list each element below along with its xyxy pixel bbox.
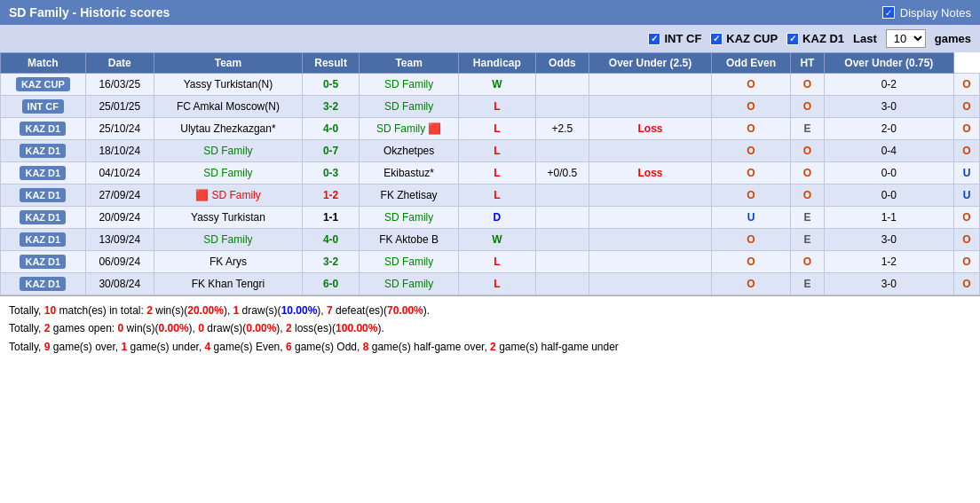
odd-even: O [791,140,825,162]
filter-bar: ✓ INT CF ✓ KAZ CUP ✓ KAZ D1 Last 10 5 15… [0,25,980,52]
team1-name: 🟥 SD Family [154,185,302,207]
team2-name: SD Family🟥 [360,118,459,140]
table-row: KAZ D118/10/24SD Family0-7OkzhetpesLOO0-… [1,140,980,162]
games-select[interactable]: 10 5 15 20 [886,29,926,48]
team2-name: SD Family [360,74,459,96]
summary-line1: Totally, 10 match(es) in total: 2 win(s)… [9,302,971,319]
match-result: 3-2 [302,251,359,273]
ht-score: 2-0 [824,118,953,140]
team2-name: SD Family [360,273,459,295]
handicap [535,251,589,273]
kaz-d1-label: KAZ D1 [802,32,844,45]
match-outcome: L [458,251,535,273]
kaz-cup-checkbox[interactable]: ✓ [710,33,723,45]
over-under-25: O [711,251,790,273]
last-label: Last [853,32,877,45]
team2-name: FK Aktobe B [360,229,459,251]
odds [589,140,712,162]
ht-score: 1-1 [824,207,953,229]
ht-score: 0-4 [824,140,953,162]
match-outcome: D [458,207,535,229]
col-handicap: Handicap [458,53,535,74]
match-outcome: L [458,118,535,140]
page-title: SD Family - Historic scores [9,5,170,20]
team2-name: SD Family [360,96,459,118]
match-result: 3-2 [302,96,359,118]
total-defeats: 7 [327,304,333,317]
team1-name: Yassy Turkistan [154,207,302,229]
match-result: 1-1 [302,207,359,229]
match-date: 18/10/24 [85,140,154,162]
match-result: 0-7 [302,140,359,162]
col-over-under-25: Over Under (2.5) [589,53,712,74]
over-under-25: O [711,74,790,96]
team2-name: FK Zhetisay [360,185,459,207]
ht-score: 3-0 [824,229,953,251]
col-team1: Team [154,53,302,74]
match-result: 1-2 [302,185,359,207]
odds [589,185,712,207]
table-row: KAZ D113/09/24SD Family4-0FK Aktobe BWOE… [1,229,980,251]
odd-even: E [791,118,825,140]
col-odds: Odds [535,53,589,74]
over-under-075: O [954,118,980,140]
match-date: 13/09/24 [85,229,154,251]
odds [589,74,712,96]
odd-even: O [791,162,825,185]
summary-line3: Totally, 9 game(s) over, 1 game(s) under… [9,338,971,356]
kaz-d1-checkbox[interactable]: ✓ [786,33,799,45]
match-result: 0-5 [302,74,359,96]
team1-name: Ulytau Zhezkazgan* [154,118,302,140]
col-date: Date [85,53,154,74]
over-under-25: O [711,185,790,207]
handicap [535,74,589,96]
handicap [535,207,589,229]
over-under-075: O [954,207,980,229]
team1-name: FK Arys [154,251,302,273]
display-notes-checkbox[interactable]: ✓ [882,6,895,19]
over-under-075: U [954,185,980,207]
over-under-075: O [954,140,980,162]
team2-name: SD Family [360,251,459,273]
filter-kaz-d1[interactable]: ✓ KAZ D1 [786,32,844,45]
table-row: KAZ D106/09/24FK Arys3-2SD FamilyLOO1-2O [1,251,980,273]
over-under-25: O [711,140,790,162]
match-badge: KAZ D1 [1,273,86,295]
int-cf-checkbox[interactable]: ✓ [648,33,660,45]
ht-score: 0-2 [824,74,953,96]
match-badge: KAZ D1 [1,229,86,251]
odds: Loss [589,162,712,185]
odd-even: O [791,251,825,273]
main-container: SD Family - Historic scores ✓ Display No… [0,0,980,361]
odds [589,273,712,295]
total-draws: 1 [233,304,240,317]
col-team2: Team [360,53,459,74]
filter-kaz-cup[interactable]: ✓ KAZ CUP [710,32,778,45]
over-under-075: O [954,74,980,96]
table-row: KAZ D125/10/24Ulytau Zhezkazgan*4-0SD Fa… [1,118,980,140]
handicap [535,273,589,295]
odd-even: O [791,74,825,96]
match-outcome: L [458,140,535,162]
over-under-25: O [711,118,790,140]
handicap [535,140,589,162]
ht-score: 3-0 [824,96,953,118]
odd-even: E [791,229,825,251]
over-under-075: O [954,251,980,273]
match-result: 0-3 [302,162,359,185]
filter-int-cf[interactable]: ✓ INT CF [648,32,701,45]
over-under-075: O [954,229,980,251]
over-under-075: O [954,273,980,295]
match-badge: KAZ D1 [1,140,86,162]
over-under-25: O [711,229,790,251]
odds [589,251,712,273]
col-result: Result [302,53,359,74]
match-result: 6-0 [302,273,359,295]
col-match: Match [1,53,86,74]
match-badge: KAZ D1 [1,251,86,273]
ht-score: 3-0 [824,273,953,295]
games-label: games [935,32,971,45]
team1-name: Yassy Turkistan(N) [154,74,302,96]
match-result: 4-0 [302,229,359,251]
over-under-075: U [954,162,980,185]
